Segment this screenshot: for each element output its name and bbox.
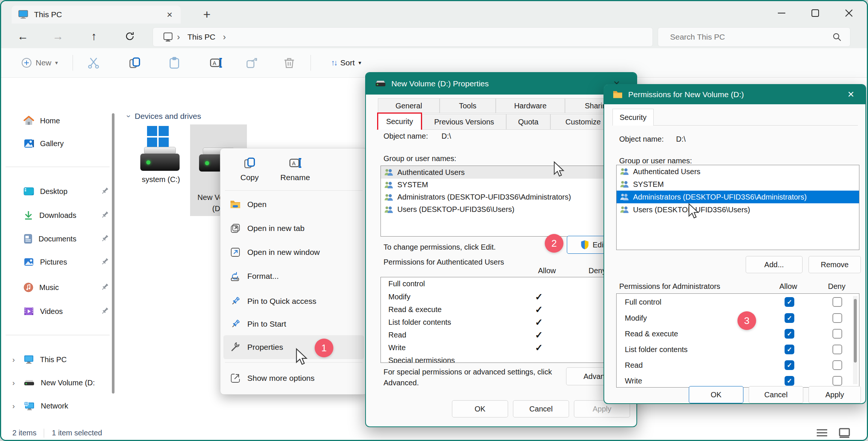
- permissions-dialog-titlebar[interactable]: Permissions for New Volume (D:) ×: [604, 85, 865, 104]
- deny-checkbox[interactable]: [832, 297, 842, 307]
- up-button[interactable]: ↑: [86, 28, 102, 44]
- explorer-tab[interactable]: This PC ×: [12, 6, 181, 24]
- tab-general[interactable]: General: [378, 98, 440, 113]
- copy-button[interactable]: [126, 54, 143, 71]
- tab-tools[interactable]: Tools: [440, 98, 496, 113]
- allow-checkbox-checked[interactable]: ✓: [785, 345, 794, 354]
- allow-checkbox-checked[interactable]: ✓: [785, 329, 794, 339]
- allow-checkmark: ✓: [535, 292, 543, 302]
- allow-checkbox-checked[interactable]: ✓: [785, 376, 794, 386]
- sidebar-item-videos[interactable]: Videos: [24, 303, 110, 320]
- breadcrumb-this-pc[interactable]: This PC: [187, 33, 216, 41]
- deny-checkbox[interactable]: [832, 376, 842, 386]
- permission-row: Full control: [381, 277, 633, 290]
- details-view-icon[interactable]: [816, 428, 828, 438]
- menu-item-properties[interactable]: Properties: [223, 335, 364, 359]
- list-item[interactable]: Users (DESKTOP-UFID3S6\Users): [617, 203, 859, 216]
- list-item[interactable]: Administrators (DESKTOP-UFID3S6\Administ…: [381, 191, 633, 203]
- rename-menu-button[interactable]: A Rename: [273, 157, 318, 182]
- menu-item-pin-quick-access[interactable]: Pin to Quick access: [223, 289, 364, 313]
- sort-button[interactable]: ↑↓ Sort ▾: [320, 54, 372, 71]
- properties-dialog-titlebar[interactable]: New Volume (D:) Properties ×: [366, 73, 636, 95]
- maximize-button[interactable]: [804, 5, 826, 21]
- sidebar-item-pictures[interactable]: Pictures: [24, 254, 110, 270]
- sidebar-scrollbar[interactable]: [112, 113, 114, 394]
- list-item[interactable]: SYSTEM: [617, 178, 859, 191]
- menu-item-format[interactable]: Format...: [223, 264, 364, 288]
- list-item[interactable]: Authenticated Users: [617, 165, 859, 178]
- list-scrollbar-thumb[interactable]: [854, 299, 857, 363]
- tab-previous-versions[interactable]: Previous Versions: [422, 114, 506, 130]
- copy-menu-button[interactable]: Copy: [227, 157, 272, 182]
- deny-checkbox[interactable]: [832, 360, 842, 370]
- new-tab-button[interactable]: +: [203, 7, 211, 22]
- list-item[interactable]: SYSTEM: [381, 179, 633, 191]
- tab-close-icon[interactable]: ×: [167, 9, 172, 21]
- menu-item-open-new-window[interactable]: Open in new window: [223, 240, 364, 264]
- ok-button[interactable]: OK: [452, 400, 508, 417]
- search-input[interactable]: [669, 32, 820, 42]
- back-button[interactable]: ←: [15, 28, 31, 44]
- menu-item-open[interactable]: Open: [223, 192, 364, 216]
- allow-checkbox-checked[interactable]: ✓: [785, 297, 794, 307]
- refresh-button[interactable]: [122, 28, 138, 44]
- sidebar-item-this-pc[interactable]: This PC: [24, 351, 110, 368]
- share-button[interactable]: [244, 54, 260, 71]
- expand-chevron-icon[interactable]: ›: [12, 374, 21, 391]
- permissions-list[interactable]: Full control Modify ✓ Read & execute ✓ L…: [380, 277, 633, 363]
- forward-button[interactable]: →: [50, 28, 66, 44]
- rename-button[interactable]: A: [208, 54, 224, 71]
- cancel-button[interactable]: Cancel: [749, 386, 803, 403]
- expand-chevron-icon[interactable]: ›: [12, 398, 21, 414]
- section-devices-and-drives[interactable]: › Devices and drives: [128, 112, 201, 121]
- new-button[interactable]: New ▾: [12, 54, 68, 71]
- large-icons-view-icon[interactable]: [838, 428, 850, 438]
- delete-button[interactable]: [281, 54, 297, 71]
- expand-chevron-icon[interactable]: ›: [12, 351, 21, 368]
- search-box[interactable]: [658, 27, 850, 47]
- pin-icon: [101, 211, 109, 219]
- sidebar-item-network[interactable]: Network: [24, 398, 110, 414]
- allow-checkbox-checked[interactable]: ✓: [785, 360, 794, 370]
- address-bar[interactable]: › This PC ›: [153, 27, 653, 47]
- remove-button[interactable]: Remove: [809, 256, 861, 273]
- home-icon: [24, 116, 34, 126]
- tab-security-active[interactable]: Security: [377, 112, 422, 130]
- menu-item-pin-start[interactable]: Pin to Start: [223, 312, 364, 336]
- tab-hardware[interactable]: Hardware: [496, 98, 565, 113]
- drive-c-tile[interactable]: system (C:): [137, 126, 185, 185]
- sidebar-item-downloads[interactable]: Downloads: [24, 207, 110, 223]
- deny-checkbox[interactable]: [832, 329, 842, 339]
- tab-quota[interactable]: Quota: [506, 114, 550, 130]
- cancel-button[interactable]: Cancel: [513, 400, 569, 417]
- list-scrollbar-track[interactable]: [853, 296, 858, 384]
- deny-checkbox[interactable]: [832, 313, 842, 323]
- apply-button[interactable]: Apply: [809, 386, 861, 403]
- add-button[interactable]: Add...: [746, 256, 803, 273]
- group-list[interactable]: Authenticated Users SYSTEM Administrator…: [616, 165, 859, 250]
- cut-button[interactable]: [85, 54, 102, 71]
- close-icon[interactable]: ×: [847, 88, 854, 101]
- sidebar-item-gallery[interactable]: Gallery: [24, 135, 110, 152]
- list-item[interactable]: Authenticated Users: [381, 166, 633, 179]
- sidebar-item-music[interactable]: Music: [24, 279, 110, 296]
- allow-checkbox-checked[interactable]: ✓: [785, 313, 794, 323]
- sidebar-item-home[interactable]: Home: [24, 112, 110, 129]
- list-item-selected[interactable]: Administrators (DESKTOP-UFID3S6\Administ…: [617, 191, 859, 203]
- tab-security[interactable]: Security: [612, 109, 654, 126]
- ok-button[interactable]: OK: [689, 386, 743, 403]
- list-item[interactable]: Users (DESKTOP-UFID3S6\Users): [381, 203, 633, 216]
- wrench-icon: [223, 342, 247, 352]
- group-list[interactable]: Authenticated Users SYSTEM Administrator…: [380, 166, 633, 237]
- menu-item-open-new-tab[interactable]: Open in new tab: [223, 216, 364, 240]
- sidebar-item-new-volume-d[interactable]: New Volume (D:: [24, 374, 110, 391]
- deny-checkbox[interactable]: [832, 345, 842, 354]
- close-button[interactable]: [838, 5, 860, 21]
- permissions-list[interactable]: Full control ✓ Modify ✓ Read & execute ✓…: [616, 293, 859, 388]
- menu-item-show-more-options[interactable]: Show more options: [223, 366, 364, 390]
- sidebar-item-documents[interactable]: Documents: [24, 231, 110, 247]
- allow-column-header: Allow: [538, 266, 556, 275]
- sidebar-item-desktop[interactable]: Desktop: [24, 183, 110, 200]
- paste-button[interactable]: [166, 54, 183, 71]
- minimize-button[interactable]: [770, 5, 793, 21]
